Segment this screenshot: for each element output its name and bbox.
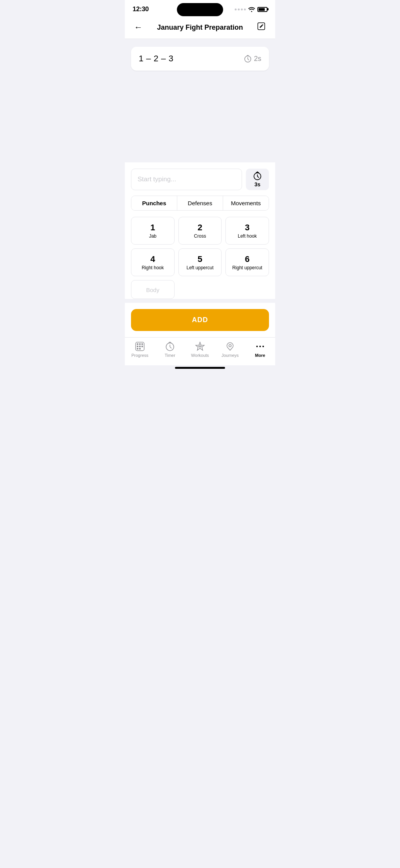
spacer xyxy=(125,116,275,162)
timer-tab-label: Timer xyxy=(165,353,175,358)
svg-point-15 xyxy=(256,346,258,347)
wifi-icon xyxy=(248,7,255,12)
dynamic-island xyxy=(177,3,223,16)
punch-number: 5 xyxy=(182,254,218,264)
svg-point-16 xyxy=(259,346,261,347)
add-button[interactable]: ADD xyxy=(131,309,269,331)
modifier-grid: Body xyxy=(131,280,269,299)
punch-number: 1 xyxy=(134,223,171,233)
combo-area: 1 – 2 – 3 2s xyxy=(125,39,275,116)
journeys-tab-label: Journeys xyxy=(222,353,239,358)
punch-name: Left hook xyxy=(229,233,266,239)
tab-defenses[interactable]: Defenses xyxy=(177,196,223,210)
punch-name: Cross xyxy=(182,233,218,239)
edit-icon xyxy=(257,22,266,31)
combo-timer: 2s xyxy=(244,55,261,63)
combo-card: 1 – 2 – 3 2s xyxy=(131,47,269,71)
list-item[interactable]: 3 Left hook xyxy=(225,217,269,245)
back-button[interactable]: ← xyxy=(133,21,144,34)
category-tabs: Punches Defenses Movements xyxy=(131,196,269,211)
timer-duration-label: 3s xyxy=(254,181,261,187)
tab-bar: Progress Timer Workouts Journeys More xyxy=(125,337,275,365)
workouts-tab-label: Workouts xyxy=(191,353,209,358)
status-indicators xyxy=(235,7,267,12)
sidebar-item-workouts[interactable]: Workouts xyxy=(188,341,212,358)
punch-name: Right uppercut xyxy=(229,265,266,270)
battery-icon xyxy=(257,7,267,12)
body-modifier-label: Body xyxy=(134,287,171,293)
list-item[interactable]: 6 Right uppercut xyxy=(225,248,269,276)
header: ← January Fight Preparation xyxy=(125,16,275,39)
svg-rect-5 xyxy=(139,343,141,345)
svg-rect-6 xyxy=(141,343,143,345)
search-row: 3s xyxy=(131,169,269,190)
list-item[interactable]: 1 Jab xyxy=(131,217,175,245)
sidebar-item-journeys[interactable]: Journeys xyxy=(218,341,242,358)
home-indicator xyxy=(175,367,225,369)
punch-name: Left uppercut xyxy=(182,265,218,270)
punch-number: 2 xyxy=(182,223,218,233)
list-item[interactable]: 4 Right hook xyxy=(131,248,175,276)
more-tab-label: More xyxy=(255,353,265,358)
svg-rect-8 xyxy=(139,346,141,347)
workouts-icon xyxy=(195,341,205,351)
progress-icon xyxy=(135,341,145,351)
timer-button-icon xyxy=(253,171,262,181)
signal-icon xyxy=(235,8,246,10)
body-modifier-button[interactable]: Body xyxy=(131,280,175,299)
sidebar-item-timer[interactable]: Timer xyxy=(158,341,182,358)
svg-rect-10 xyxy=(137,348,138,350)
more-icon xyxy=(255,341,265,351)
svg-rect-4 xyxy=(137,343,138,345)
search-input[interactable] xyxy=(131,169,242,190)
progress-tab-label: Progress xyxy=(131,353,148,358)
tab-punches[interactable]: Punches xyxy=(131,196,177,210)
svg-rect-9 xyxy=(141,346,143,347)
list-item[interactable]: 5 Left uppercut xyxy=(178,248,222,276)
punch-name: Jab xyxy=(134,233,171,239)
list-item[interactable]: 2 Cross xyxy=(178,217,222,245)
punch-name: Right hook xyxy=(134,265,171,270)
journeys-icon xyxy=(225,341,235,351)
svg-rect-11 xyxy=(139,348,141,350)
punch-grid: 1 Jab 2 Cross 3 Left hook 4 Right hook 5… xyxy=(131,217,269,276)
combo-text: 1 – 2 – 3 xyxy=(139,54,173,64)
svg-rect-7 xyxy=(137,346,138,347)
edit-button[interactable] xyxy=(256,21,267,34)
sidebar-item-more[interactable]: More xyxy=(249,341,272,358)
bottom-panel: 3s Punches Defenses Movements 1 Jab 2 Cr… xyxy=(125,162,275,299)
page-title: January Fight Preparation xyxy=(144,24,256,32)
status-time: 12:30 xyxy=(133,5,149,13)
timer-duration-button[interactable]: 3s xyxy=(246,169,269,190)
punch-number: 6 xyxy=(229,254,266,264)
punch-number: 4 xyxy=(134,254,171,264)
punch-number: 3 xyxy=(229,223,266,233)
combo-timer-value: 2s xyxy=(254,55,261,63)
timer-icon-small xyxy=(244,55,252,62)
sidebar-item-progress[interactable]: Progress xyxy=(128,341,151,358)
timer-tab-icon xyxy=(165,341,175,351)
svg-point-17 xyxy=(262,346,264,347)
tab-movements[interactable]: Movements xyxy=(223,196,269,210)
add-section: ADD xyxy=(125,303,275,337)
svg-point-14 xyxy=(229,344,231,347)
status-bar: 12:30 xyxy=(125,0,275,16)
